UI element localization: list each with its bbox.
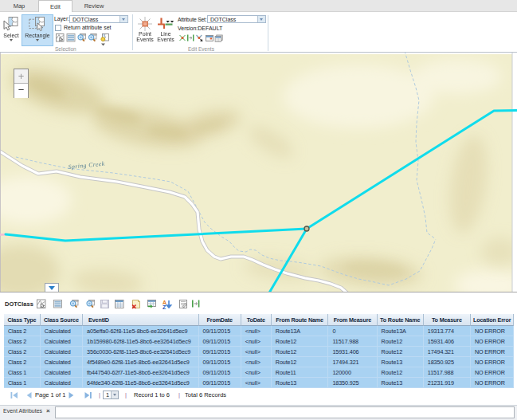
svg-text:Z: Z	[163, 304, 166, 310]
